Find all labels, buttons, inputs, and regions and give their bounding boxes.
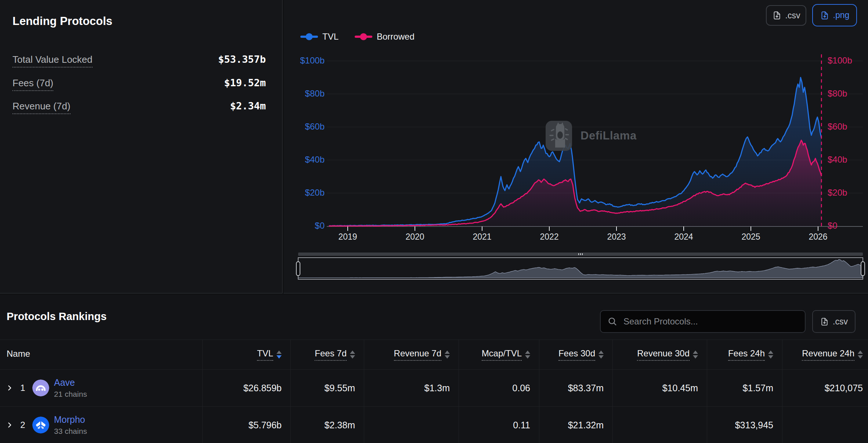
stats-panel: Lending Protocols Total Value Locked$53.…	[0, 0, 283, 294]
protocol-name-link[interactable]: Morpho	[54, 414, 87, 425]
cell-fees24h: $313,945	[707, 407, 782, 443]
sort-icon	[693, 351, 698, 359]
column-header-label: Mcap/TVL	[482, 348, 522, 361]
page-title: Lending Protocols	[12, 15, 112, 28]
brush-handle-left[interactable]	[296, 262, 300, 276]
column-header-mcapTvl[interactable]: Mcap/TVL	[459, 340, 539, 369]
download-icon	[820, 317, 829, 326]
x-axis-label: 2019	[324, 232, 372, 242]
column-header-fees7d[interactable]: Fees 7d	[290, 340, 364, 369]
rank-number: 1	[18, 383, 28, 393]
cell-name: 2Morpho33 chains	[0, 407, 202, 443]
cell-revenue24h	[782, 407, 868, 443]
column-header-label: Fees 30d	[558, 348, 595, 361]
column-header-revenue7d[interactable]: Revenue 7d	[364, 340, 459, 369]
chart-panel: .csv .png TVLBorrowed $0$0$20b$20b$40b$4…	[283, 0, 868, 294]
stat-label: Fees (7d)	[12, 77, 53, 91]
defillama-watermark: DefiLlama	[545, 120, 637, 151]
llama-logo-icon	[545, 120, 572, 151]
y-axis-label-left: $100b	[286, 55, 325, 66]
brush-handle-right[interactable]	[861, 262, 865, 276]
column-header-label: Revenue 7d	[394, 348, 441, 361]
column-header-label: Fees 7d	[315, 348, 347, 361]
legend-marker-icon	[355, 36, 372, 38]
cell-fees30d: $21.32m	[539, 407, 612, 443]
stat-row: Total Value Locked$53.357b	[12, 54, 266, 68]
export-png-label: .png	[833, 10, 850, 20]
expand-chevron-icon[interactable]	[6, 421, 13, 429]
x-axis-label: 2024	[660, 232, 708, 242]
sort-icon	[525, 351, 530, 359]
table-header-row: NameTVLFees 7dRevenue 7dMcap/TVLFees 30d…	[0, 339, 868, 369]
stat-value: $53.357b	[218, 54, 266, 65]
brush-mini-area	[298, 259, 863, 278]
cell-tvl: $26.859b	[202, 370, 290, 406]
y-axis-label-left: $60b	[286, 121, 325, 132]
cell-revenue24h: $210,075	[782, 370, 868, 406]
search-box	[600, 310, 806, 333]
export-csv-button[interactable]: .csv	[766, 5, 806, 26]
y-axis-label-right: $80b	[828, 88, 866, 99]
protocol-name-link[interactable]: Aave	[54, 377, 87, 388]
y-axis-label-right: $20b	[828, 188, 866, 198]
y-axis-label-left: $80b	[286, 88, 325, 99]
cell-revenue30d	[612, 407, 707, 443]
sort-icon	[276, 351, 282, 359]
watermark-label: DefiLlama	[581, 129, 637, 142]
rankings-export-csv-button[interactable]: .csv	[812, 310, 856, 333]
cell-revenue7d	[364, 407, 459, 443]
y-axis-label-left: $0	[286, 221, 325, 231]
x-axis-label: 2021	[458, 232, 506, 242]
cell-fees24h: $1.57m	[707, 370, 782, 406]
x-axis-label: 2023	[593, 232, 640, 242]
sort-icon	[445, 351, 450, 359]
y-axis-label-left: $40b	[286, 155, 325, 165]
sort-icon	[768, 351, 773, 359]
legend-label: Borrowed	[377, 32, 415, 42]
table-row-morpho[interactable]: 2Morpho33 chains$5.796b$2.38m0.11$21.32m…	[0, 406, 868, 443]
cell-fees7d: $2.38m	[290, 407, 364, 443]
rankings-title: Protocols Rankings	[7, 311, 106, 323]
cell-tvl: $5.796b	[202, 407, 290, 443]
table-row-aave[interactable]: 1Aave21 chains$26.859b$9.55m$1.3m0.06$83…	[0, 369, 868, 406]
rankings-export-csv-label: .csv	[833, 317, 848, 327]
legend-item-borrowed[interactable]: Borrowed	[355, 32, 415, 42]
export-csv-label: .csv	[785, 11, 800, 21]
export-png-button[interactable]: .png	[812, 4, 857, 26]
download-icon	[772, 11, 782, 20]
column-header-label: TVL	[257, 348, 273, 361]
x-axis-label: 2022	[525, 232, 573, 242]
stat-row: Revenue (7d)$2.34m	[12, 100, 266, 114]
stat-label: Revenue (7d)	[12, 101, 70, 114]
legend-dot-icon	[360, 33, 367, 40]
column-header-fees24h[interactable]: Fees 24h	[707, 340, 782, 369]
brush-grip-icon[interactable]	[578, 253, 579, 255]
search-icon	[607, 316, 618, 327]
column-header-revenue24h[interactable]: Revenue 24h	[782, 340, 868, 369]
legend-item-tvl[interactable]: TVL	[300, 32, 339, 42]
brush-grip-icon[interactable]	[580, 253, 581, 255]
y-axis-label-right: $0	[828, 221, 866, 231]
column-header-fees30d[interactable]: Fees 30d	[539, 340, 612, 369]
cell-revenue7d: $1.3m	[364, 370, 459, 406]
y-axis-label-right: $100b	[828, 55, 866, 66]
cell-mcapTvl: 0.11	[459, 407, 539, 443]
column-header-revenue30d[interactable]: Revenue 30d	[612, 340, 707, 369]
stat-row: Fees (7d)$19.52m	[12, 77, 266, 91]
x-axis-label: 2025	[727, 232, 775, 242]
column-header-tvl[interactable]: TVL	[202, 340, 290, 369]
x-axis-label: 2026	[794, 232, 842, 242]
legend-dot-icon	[306, 33, 313, 40]
protocol-chains: 33 chains	[54, 427, 87, 436]
search-input[interactable]	[623, 316, 805, 327]
expand-chevron-icon[interactable]	[6, 384, 13, 392]
download-icon	[820, 11, 829, 20]
cell-fees30d: $83.37m	[539, 370, 612, 406]
y-axis-label-right: $60b	[828, 121, 866, 132]
cell-fees7d: $9.55m	[290, 370, 364, 406]
protocol-name-stack: Morpho33 chains	[54, 414, 87, 436]
aave-logo-icon	[32, 380, 49, 396]
sort-icon	[350, 351, 355, 359]
brush-grip-icon[interactable]	[582, 253, 583, 255]
cell-name: 1Aave21 chains	[0, 370, 202, 406]
